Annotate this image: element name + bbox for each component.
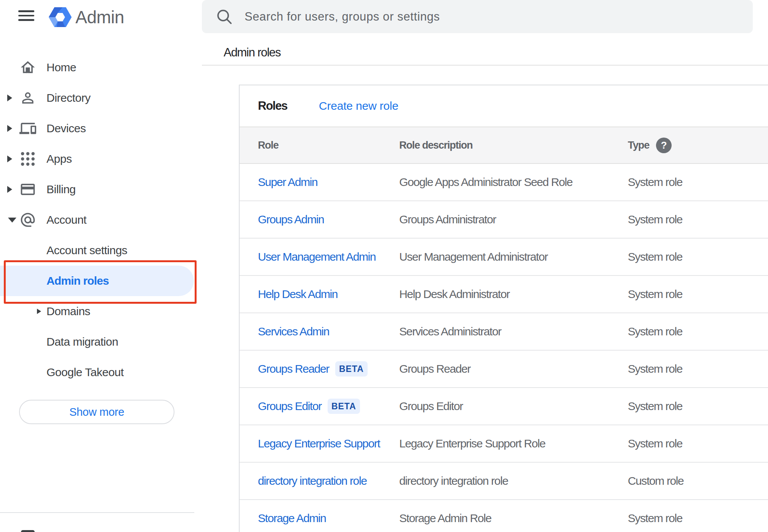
role-link[interactable]: Groups Reader: [258, 362, 329, 375]
table-row: directory integration role directory int…: [240, 463, 768, 500]
sidebar-item-label: Google Takeout: [46, 366, 124, 379]
role-link[interactable]: Help Desk Admin: [258, 288, 338, 301]
roles-card-header: Roles Create new role: [240, 85, 768, 127]
product-name: Admin: [75, 6, 124, 29]
column-header-type: Type ?: [628, 138, 768, 153]
beta-badge: BETA: [328, 399, 360, 414]
role-type: System role: [628, 325, 768, 338]
sidebar-item-label: Data migration: [46, 335, 118, 348]
beta-badge: BETA: [335, 361, 368, 377]
role-type: System role: [628, 250, 768, 263]
sidebar-item-admin-roles[interactable]: Admin roles: [0, 266, 194, 296]
role-description: Legacy Enterprise Support Role: [399, 437, 628, 450]
collapse-arrow-icon[interactable]: [8, 218, 16, 223]
sidebar-item-label: Billing: [46, 183, 76, 196]
sidebar-item-apps[interactable]: Apps: [0, 144, 197, 174]
sidebar-item-data-migration[interactable]: Data migration: [0, 327, 197, 357]
role-type: System role: [628, 362, 768, 375]
sidebar-item-domains[interactable]: Domains: [0, 296, 197, 327]
role-type: System role: [628, 512, 768, 525]
expand-arrow-icon[interactable]: [7, 95, 12, 101]
role-link[interactable]: Storage Admin: [258, 512, 326, 525]
sidebar-nav: Home Directory Devices: [0, 52, 197, 388]
table-row: Help Desk Admin Help Desk Administrator …: [240, 276, 768, 313]
role-type: System role: [628, 288, 768, 301]
sidebar-item-label: Home: [46, 61, 76, 74]
sidebar-divider: [0, 512, 194, 513]
role-description: Help Desk Administrator: [399, 288, 628, 301]
devices-icon: [19, 120, 36, 137]
role-link[interactable]: User Management Admin: [258, 250, 376, 263]
role-type: System role: [628, 176, 768, 189]
search-icon: [216, 8, 233, 26]
at-sign-icon: [19, 212, 36, 228]
show-more-button[interactable]: Show more: [19, 400, 174, 424]
role-type: System role: [628, 213, 768, 226]
role-link[interactable]: Groups Editor: [258, 400, 322, 413]
page-title: Admin roles: [224, 44, 280, 61]
admin-logo[interactable]: Admin: [49, 6, 124, 29]
table-row: User Management Admin User Management Ad…: [240, 239, 768, 276]
sidebar-item-label: Account: [46, 213, 86, 226]
table-row: Groups Editor BETA Groups Editor System …: [240, 388, 768, 425]
roles-card-title: Roles: [258, 99, 287, 113]
sidebar-item-billing[interactable]: Billing: [0, 174, 197, 205]
sidebar-item-devices[interactable]: Devices: [0, 113, 197, 144]
role-link[interactable]: Legacy Enterprise Support: [258, 437, 380, 450]
role-description: Groups Editor: [399, 400, 628, 413]
table-row: Groups Admin Groups Administrator System…: [240, 201, 768, 239]
create-new-role-link[interactable]: Create new role: [319, 99, 398, 112]
column-header-role: Role: [240, 139, 399, 151]
table-row: Storage Admin Storage Admin Role System …: [240, 500, 768, 532]
table-row: Legacy Enterprise Support Legacy Enterpr…: [240, 425, 768, 463]
table-row: Services Admin Services Administrator Sy…: [240, 313, 768, 351]
role-description: Google Apps Administrator Seed Role: [399, 176, 628, 189]
table-row: Groups Reader BETA Groups Reader System …: [240, 351, 768, 388]
expand-arrow-icon[interactable]: [7, 186, 12, 193]
role-link[interactable]: Super Admin: [258, 176, 317, 189]
clipped-sidebar-icon: [21, 530, 35, 532]
search-input[interactable]: [245, 10, 753, 24]
admin-logo-icon: [49, 6, 72, 29]
help-icon[interactable]: ?: [656, 138, 672, 153]
search-bar[interactable]: [202, 0, 753, 33]
role-description: directory integration role: [399, 474, 628, 487]
home-icon: [19, 59, 36, 76]
sidebar-item-label: Admin roles: [46, 274, 109, 287]
role-link[interactable]: Groups Admin: [258, 213, 324, 226]
role-link[interactable]: Services Admin: [258, 325, 329, 338]
sidebar-item-label: Devices: [46, 122, 86, 135]
sidebar-item-directory[interactable]: Directory: [0, 83, 197, 113]
title-divider: [202, 65, 768, 66]
sidebar-item-label: Apps: [46, 152, 72, 165]
sidebar-item-label: Domains: [46, 305, 90, 318]
role-description: Storage Admin Role: [399, 512, 628, 525]
roles-card: Roles Create new role Role Role descript…: [239, 85, 768, 532]
apps-grid-icon: [19, 151, 36, 167]
sidebar-item-google-takeout[interactable]: Google Takeout: [0, 357, 197, 388]
role-description: Groups Administrator: [399, 213, 628, 226]
person-icon: [19, 90, 36, 106]
expand-arrow-icon[interactable]: [7, 125, 12, 132]
role-type: System role: [628, 400, 768, 413]
sidebar-item-account[interactable]: Account: [0, 205, 197, 235]
role-description: Services Administrator: [399, 325, 628, 338]
table-header-row: Role Role description Type ?: [240, 127, 768, 164]
main-menu-icon[interactable]: [18, 10, 34, 21]
column-header-role-description: Role description: [399, 139, 628, 151]
sidebar-item-label: Directory: [46, 91, 91, 104]
table-row: Super Admin Google Apps Administrator Se…: [240, 164, 768, 201]
role-description: User Management Administrator: [399, 250, 628, 263]
sidebar-item-label: Account settings: [46, 244, 127, 257]
role-link[interactable]: directory integration role: [258, 474, 366, 487]
role-type: Custom role: [628, 474, 768, 487]
credit-card-icon: [19, 181, 36, 198]
expand-arrow-icon[interactable]: [37, 309, 41, 314]
expand-arrow-icon[interactable]: [7, 155, 12, 162]
role-type: System role: [628, 437, 768, 450]
sidebar-item-home[interactable]: Home: [0, 52, 197, 83]
role-description: Groups Reader: [399, 362, 628, 375]
sidebar-item-account-settings[interactable]: Account settings: [0, 235, 197, 266]
